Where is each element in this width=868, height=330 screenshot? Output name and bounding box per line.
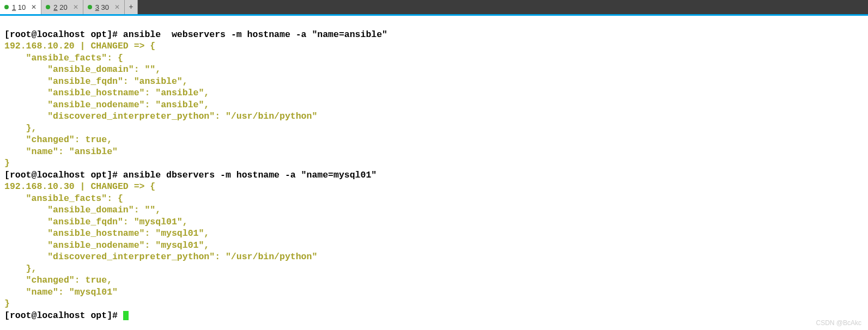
tab-1[interactable]: 1 10 ✕ [0,0,41,14]
output-line: "ansible_fqdn": "ansible", [4,76,188,87]
output-line: 192.168.10.20 | CHANGED => { [4,41,155,51]
close-icon[interactable]: ✕ [112,3,120,11]
output-line: "changed": true, [4,275,112,285]
output-line: "ansible_domain": "", [4,205,161,215]
shell-prompt: [root@localhost opt]# [4,170,123,180]
output-line: "ansible_hostname": "ansible", [4,88,209,98]
tab-2[interactable]: 2 20 ✕ [41,0,83,14]
watermark-text: CSDN @BcAkc [816,319,861,327]
close-icon[interactable]: ✕ [29,3,37,11]
tab-label: 2 20 [53,3,67,11]
tab-label: 1 10 [12,3,26,11]
output-line: } [4,158,10,168]
output-line: "name": "ansible" [4,146,118,157]
tab-3[interactable]: 3 30 ✕ [83,0,125,14]
command-text: ansible webservers -m hostname -a "name=… [123,29,387,40]
terminal-output[interactable]: [root@localhost opt]# ansible webservers… [0,16,868,323]
command-text: ansible dbservers -m hostname -a "name=m… [123,170,377,180]
status-dot-icon [46,5,50,9]
output-line: "ansible_nodename": "ansible", [4,100,209,110]
output-line: "name": "mysql01" [4,287,118,297]
shell-prompt: [root@localhost opt]# [4,310,123,321]
output-line: } [4,298,10,309]
output-line: "ansible_fqdn": "mysql01", [4,217,188,227]
output-line: "changed": true, [4,135,112,145]
status-dot-icon [4,5,9,9]
cursor-icon [123,311,129,320]
output-line: "ansible_facts": { [4,193,123,204]
output-line: "ansible_domain": "", [4,64,161,75]
shell-prompt: [root@localhost opt]# [4,29,123,40]
output-line: "discovered_interpreter_python": "/usr/b… [4,111,317,121]
tab-label: 3 30 [95,3,109,11]
status-dot-icon [88,5,92,9]
tab-bar: 1 10 ✕ 2 20 ✕ 3 30 ✕ + [0,0,868,14]
output-line: }, [4,264,37,274]
output-line: "discovered_interpreter_python": "/usr/b… [4,252,317,262]
output-line: 192.168.10.30 | CHANGED => { [4,181,155,192]
output-line: "ansible_nodename": "mysql01", [4,240,209,250]
output-line: "ansible_hostname": "mysql01", [4,228,209,239]
add-tab-button[interactable]: + [125,0,138,14]
close-icon[interactable]: ✕ [71,3,78,11]
output-line: "ansible_facts": { [4,53,123,63]
output-line: }, [4,123,37,133]
